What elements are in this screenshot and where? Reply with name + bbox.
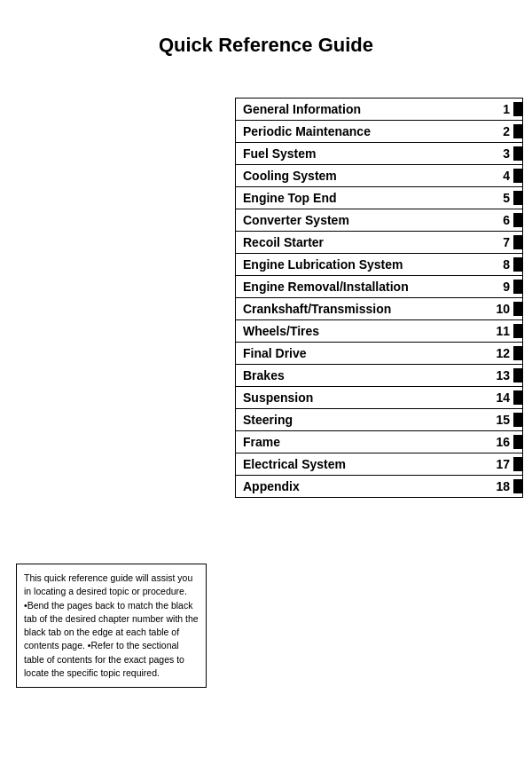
toc-item-label: Cooling System <box>243 169 488 183</box>
toc-item-label: Engine Top End <box>243 191 488 205</box>
toc-item-number: 2 <box>488 124 510 138</box>
toc-item-number: 9 <box>488 280 510 294</box>
toc-item[interactable]: General Information1 <box>235 98 523 120</box>
toc-item[interactable]: Engine Removal/Installation9 <box>235 275 523 297</box>
toc-item[interactable]: Recoil Starter7 <box>235 231 523 253</box>
toc-item-label: Frame <box>243 435 488 449</box>
table-of-contents: General Information1Periodic Maintenance… <box>235 98 523 498</box>
toc-item-number: 3 <box>488 146 510 161</box>
sidebar-note: This quick reference guide will assist y… <box>16 564 207 688</box>
toc-item-label: Recoil Starter <box>243 235 488 249</box>
toc-item-label: Fuel System <box>243 146 488 161</box>
toc-item-tab <box>513 479 522 493</box>
toc-item[interactable]: Periodic Maintenance2 <box>235 120 523 142</box>
toc-item-tab <box>513 102 522 116</box>
toc-item[interactable]: Frame16 <box>235 430 523 453</box>
toc-item-number: 5 <box>488 191 510 205</box>
toc-item-number: 13 <box>488 368 510 382</box>
toc-item[interactable]: Electrical System17 <box>235 453 523 475</box>
toc-item-number: 17 <box>488 457 510 471</box>
toc-item[interactable]: Brakes13 <box>235 364 523 386</box>
toc-item-tab <box>513 213 522 227</box>
toc-item-tab <box>513 191 522 205</box>
toc-item-tab <box>513 235 522 249</box>
toc-item-tab <box>513 280 522 294</box>
toc-item-tab <box>513 413 522 427</box>
toc-item-tab <box>513 368 522 382</box>
toc-item-tab <box>513 324 522 338</box>
toc-item-tab <box>513 146 522 161</box>
toc-item-number: 14 <box>488 390 510 405</box>
toc-item[interactable]: Suspension14 <box>235 386 523 408</box>
toc-item-number: 4 <box>488 169 510 183</box>
toc-item-number: 18 <box>488 479 510 493</box>
toc-item-tab <box>513 435 522 449</box>
toc-item-label: Brakes <box>243 368 488 382</box>
toc-item-number: 10 <box>488 302 510 316</box>
toc-item-label: General Information <box>243 102 488 116</box>
toc-item[interactable]: Crankshaft/Transmission10 <box>235 297 523 319</box>
toc-item[interactable]: Converter System6 <box>235 209 523 231</box>
toc-item-label: Final Drive <box>243 346 488 360</box>
toc-item[interactable]: Steering15 <box>235 408 523 430</box>
toc-item-number: 16 <box>488 435 510 449</box>
toc-item-label: Periodic Maintenance <box>243 124 488 138</box>
toc-item-tab <box>513 346 522 360</box>
toc-item[interactable]: Final Drive12 <box>235 342 523 364</box>
toc-item[interactable]: Engine Top End5 <box>235 186 523 209</box>
toc-item-label: Wheels/Tires <box>243 324 488 338</box>
toc-item-label: Converter System <box>243 213 488 227</box>
sidebar-note-text: This quick reference guide will assist y… <box>24 572 199 678</box>
toc-item-tab <box>513 457 522 471</box>
toc-item-number: 12 <box>488 346 510 360</box>
toc-item-tab <box>513 124 522 138</box>
toc-item-label: Engine Lubrication System <box>243 257 488 272</box>
toc-item-label: Suspension <box>243 390 488 405</box>
toc-item-tab <box>513 302 522 316</box>
toc-item-label: Crankshaft/Transmission <box>243 302 488 316</box>
toc-item[interactable]: Wheels/Tires11 <box>235 319 523 342</box>
toc-item[interactable]: Fuel System3 <box>235 142 523 164</box>
toc-item-number: 8 <box>488 257 510 272</box>
toc-item-label: Steering <box>243 413 488 427</box>
toc-item[interactable]: Engine Lubrication System8 <box>235 253 523 275</box>
page-title: Quick Reference Guide <box>0 0 532 82</box>
toc-item-number: 15 <box>488 413 510 427</box>
toc-item-tab <box>513 257 522 272</box>
toc-item-number: 1 <box>488 102 510 116</box>
toc-item-label: Appendix <box>243 479 488 493</box>
toc-item-label: Engine Removal/Installation <box>243 280 488 294</box>
toc-item-label: Electrical System <box>243 457 488 471</box>
toc-item-number: 7 <box>488 235 510 249</box>
toc-item-tab <box>513 169 522 183</box>
toc-item-number: 11 <box>488 324 510 338</box>
toc-item[interactable]: Appendix18 <box>235 475 523 498</box>
toc-item-number: 6 <box>488 213 510 227</box>
toc-item-tab <box>513 390 522 405</box>
toc-item[interactable]: Cooling System4 <box>235 164 523 186</box>
